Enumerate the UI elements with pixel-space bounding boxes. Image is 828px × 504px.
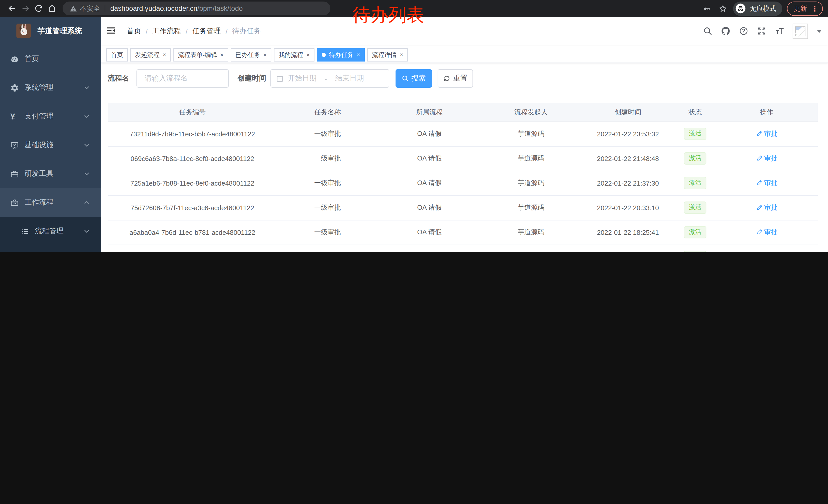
view-tab[interactable]: 流程表单-编辑 × xyxy=(173,48,228,61)
sidebar-menu-item[interactable]: 任务管理 xyxy=(0,245,101,252)
task-id-cell: 8f0d1619-7ac8-11ec-a9e2-a2380e71991a xyxy=(108,244,277,252)
monitor-icon xyxy=(10,141,19,149)
navbar-actions xyxy=(703,24,822,39)
not-secure-label[interactable]: 不安全 xyxy=(80,4,100,13)
reset-button[interactable]: 重置 xyxy=(438,69,473,88)
chevron-down-icon xyxy=(84,142,90,148)
github-icon[interactable] xyxy=(721,26,731,36)
status-cell: 激活 xyxy=(675,195,716,220)
task-name-cell: 一级审批 xyxy=(277,122,378,146)
chevron-down-icon xyxy=(84,113,90,120)
fullscreen-icon[interactable] xyxy=(757,26,767,36)
address-bar[interactable]: 不安全 dashboard.yudao.iocoder.cn/bpm/task/… xyxy=(63,2,330,15)
home-icon[interactable] xyxy=(45,2,58,15)
search-button[interactable]: 搜索 xyxy=(396,69,432,88)
breadcrumb-separator: / xyxy=(226,27,228,35)
search-icon[interactable] xyxy=(703,26,713,36)
view-tab[interactable]: 流程详情 × xyxy=(367,48,408,61)
app-logo-row[interactable]: 芋道管理系统 xyxy=(0,17,101,45)
table-column-header: 流程发起人 xyxy=(481,103,581,122)
gear-icon xyxy=(10,83,19,92)
tab-close-icon[interactable]: × xyxy=(306,52,310,58)
password-key-icon[interactable] xyxy=(701,3,713,14)
filter-form: 流程名 请输入流程名 创建时间 开始日期 - 结束日期 搜索 重置 xyxy=(108,69,818,88)
view-tab[interactable]: 首页 xyxy=(106,48,128,61)
avatar-dropdown-caret-icon[interactable] xyxy=(817,30,822,33)
view-tab[interactable]: 待办任务 × xyxy=(317,48,365,61)
chevron-up-icon xyxy=(84,199,90,205)
view-tab[interactable]: 已办任务 × xyxy=(231,48,272,61)
status-badge: 激活 xyxy=(684,251,706,252)
briefcase-icon xyxy=(10,198,19,207)
process-cell: 测试多审批人 xyxy=(378,244,481,252)
task-id-cell: 725a1eb6-7b88-11ec-8ef0-acde48001122 xyxy=(108,171,277,195)
active-tab-dot xyxy=(322,53,326,57)
font-size-icon[interactable] xyxy=(775,26,785,36)
process-cell: OA 请假 xyxy=(378,122,481,146)
table-row: 75d72608-7b7f-11ec-a3c8-acde48001122 一级审… xyxy=(108,195,818,220)
user-avatar-broken-image[interactable] xyxy=(793,24,808,39)
tab-close-icon[interactable]: × xyxy=(220,52,224,58)
sidebar-menu: 首页 系统管理 ¥ 支付管理 xyxy=(0,45,101,252)
view-tab[interactable]: 发起流程 × xyxy=(130,48,171,61)
tags-view-bar: 首页 发起流程 × 流程表单-编辑 × 已办任务 xyxy=(101,46,828,63)
tab-close-icon[interactable]: × xyxy=(163,52,166,58)
chrome-menu-icon[interactable]: ⋮ xyxy=(811,5,818,12)
sidebar-menu-item[interactable]: 基础设施 xyxy=(0,131,101,159)
sidebar-menu-item[interactable]: 研发工具 xyxy=(0,159,101,188)
approve-link[interactable]: 审批 xyxy=(756,178,778,188)
sidebar-menu-item[interactable]: 系统管理 xyxy=(0,73,101,102)
starter-cell: 芋道源码 xyxy=(481,244,581,252)
status-cell: 激活 xyxy=(675,122,716,146)
reload-icon[interactable] xyxy=(32,2,45,15)
approve-link[interactable]: 审批 xyxy=(756,228,778,237)
view-tab[interactable]: 我的流程 × xyxy=(274,48,315,61)
breadcrumb-item[interactable]: 首页 xyxy=(127,27,141,36)
table-row: a6aba0a4-7b6d-11ec-b781-acde48001122 一级审… xyxy=(108,220,818,244)
breadcrumb-item[interactable]: 任务管理 xyxy=(192,27,221,36)
top-navbar: 首页 / 工作流程 / 任务管理 / 待办任务 xyxy=(101,17,828,46)
status-badge: 激活 xyxy=(684,177,706,189)
tab-close-icon[interactable]: × xyxy=(263,52,267,58)
sidebar-fold-icon[interactable] xyxy=(106,26,118,37)
help-question-icon[interactable] xyxy=(739,26,749,36)
url-text[interactable]: dashboard.yudao.iocoder.cn/bpm/task/todo xyxy=(110,5,243,12)
create-time-cell: 2022-01-22 23:53:32 xyxy=(581,122,675,146)
bookmark-star-icon[interactable] xyxy=(717,3,729,14)
task-id-cell: a6aba0a4-7b6d-11ec-b781-acde48001122 xyxy=(108,220,277,244)
chevron-down-icon xyxy=(84,228,90,234)
table-column-header: 状态 xyxy=(675,103,716,122)
process-name-label: 流程名 xyxy=(108,74,129,83)
tab-close-icon[interactable]: × xyxy=(400,52,403,58)
table-column-header: 操作 xyxy=(716,103,818,122)
end-date-placeholder: 结束日期 xyxy=(335,74,364,83)
approve-link[interactable]: 审批 xyxy=(756,129,778,138)
incognito-icon xyxy=(735,3,746,14)
approve-link[interactable]: 审批 xyxy=(756,154,778,163)
incognito-badge: 无痕模式 xyxy=(733,1,782,16)
chevron-down-icon xyxy=(84,85,90,91)
table-row: 069c6a63-7b8a-11ec-8ef0-acde48001122 一级审… xyxy=(108,146,818,171)
status-badge: 激活 xyxy=(684,128,706,140)
sidebar-menu-item[interactable]: 流程管理 xyxy=(0,217,101,245)
tab-close-icon[interactable]: × xyxy=(357,52,360,58)
action-cell: 审批 xyxy=(716,220,818,244)
start-date-placeholder: 开始日期 xyxy=(288,74,317,83)
task-name-cell: 一级审批 xyxy=(277,146,378,171)
sidebar-menu-item[interactable]: ¥ 支付管理 xyxy=(0,102,101,131)
todo-task-table: 任务编号 任务名称 所属流程 流程发起人 创建时间 状态 操作 xyxy=(108,103,818,252)
date-range-picker[interactable]: 开始日期 - 结束日期 xyxy=(271,69,389,88)
approve-link[interactable]: 审批 xyxy=(756,203,778,212)
status-cell: 激活 xyxy=(675,220,716,244)
breadcrumb-item[interactable]: 工作流程 xyxy=(152,27,181,36)
back-icon[interactable] xyxy=(5,2,18,15)
process-name-input[interactable]: 请输入流程名 xyxy=(136,69,229,88)
task-id-cell: 73211d9d-7b9b-11ec-b5b7-acde48001122 xyxy=(108,122,277,146)
task-name-cell: 1.2 xyxy=(277,244,378,252)
forward-icon[interactable] xyxy=(18,2,32,15)
chrome-update-button[interactable]: 更新 ⋮ xyxy=(787,1,823,16)
sidebar-menu-item[interactable]: 首页 xyxy=(0,45,101,73)
breadcrumb-item[interactable]: 待办任务 xyxy=(232,27,261,36)
sidebar-menu-item[interactable]: 工作流程 xyxy=(0,188,101,217)
not-secure-warning-icon[interactable] xyxy=(70,5,77,12)
